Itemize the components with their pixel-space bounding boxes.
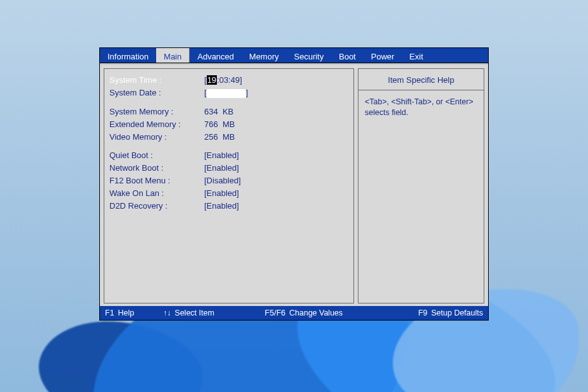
value-wake-on-lan[interactable]: [Enabled] [204, 188, 239, 198]
value-system-date[interactable]: [] [204, 88, 248, 98]
bios-setup-window: Information Main Advanced Memory Securit… [99, 47, 489, 321]
help-pane: Item Specific Help <Tab>, <Shift-Tab>, o… [358, 68, 484, 303]
row-f12-boot-menu[interactable]: F12 Boot Menu : [Disabled] [109, 176, 347, 185]
key-f5f6: F5/F6 [265, 309, 286, 317]
row-quiet-boot[interactable]: Quiet Boot : [Enabled] [109, 150, 347, 160]
value-video-memory: 256 MB [204, 132, 235, 142]
value-extended-memory: 766 MB [204, 119, 235, 129]
row-video-memory: Video Memory : 256 MB [109, 132, 347, 142]
label-extended-memory: Extended Memory : [109, 119, 204, 129]
row-system-date[interactable]: System Date : [] [109, 88, 347, 98]
label-setup-defaults: Setup Defaults [431, 309, 483, 317]
label-system-memory: System Memory : [109, 107, 204, 116]
time-hh-selected[interactable]: 19 [207, 75, 217, 85]
time-ss[interactable]: 49 [231, 75, 240, 85]
value-d2d-recovery[interactable]: [Enabled] [204, 201, 239, 211]
value-network-boot[interactable]: [Enabled] [204, 163, 239, 173]
tab-power[interactable]: Power [364, 48, 402, 63]
value-f12-boot-menu[interactable]: [Disabled] [204, 176, 241, 185]
tab-exit[interactable]: Exit [402, 48, 431, 63]
updown-arrows-icon: ↑↓ [163, 309, 171, 317]
row-system-time[interactable]: System Time : [19:03:49] [109, 75, 347, 85]
label-quiet-boot: Quiet Boot : [109, 150, 204, 160]
label-select-item: Select Item [175, 309, 214, 317]
label-wake-on-lan: Wake On Lan : [109, 188, 204, 198]
help-title: Item Specific Help [358, 69, 484, 90]
hint-arrows-select: ↑↓ Select Item [163, 309, 214, 317]
label-video-memory: Video Memory : [109, 132, 204, 142]
key-f1: F1 [105, 309, 114, 317]
tab-memory[interactable]: Memory [242, 48, 286, 63]
hint-f9-defaults: F9 Setup Defaults [418, 309, 483, 317]
tab-advanced[interactable]: Advanced [190, 48, 242, 63]
value-system-memory: 634 KB [204, 107, 233, 116]
tab-boot[interactable]: Boot [331, 48, 364, 63]
tab-information[interactable]: Information [100, 48, 156, 63]
label-change-values: Change Values [290, 309, 343, 317]
label-f12-boot-menu: F12 Boot Menu : [109, 176, 204, 185]
tab-main[interactable]: Main [156, 48, 190, 63]
value-system-time[interactable]: [19:03:49] [204, 75, 242, 85]
hint-f5f6-change: F5/F6 Change Values [265, 309, 343, 317]
label-help: Help [118, 309, 135, 317]
bios-tabbar: Information Main Advanced Memory Securit… [100, 48, 488, 63]
time-mm[interactable]: 03 [219, 75, 228, 85]
row-wake-on-lan[interactable]: Wake On Lan : [Enabled] [109, 188, 347, 198]
row-network-boot[interactable]: Network Boot : [Enabled] [109, 163, 347, 173]
date-field[interactable] [207, 89, 246, 98]
value-quiet-boot[interactable]: [Enabled] [204, 150, 239, 160]
settings-pane: System Time : [19:03:49] System Date : [… [104, 68, 354, 303]
row-extended-memory: Extended Memory : 766 MB [109, 119, 347, 129]
row-d2d-recovery[interactable]: D2D Recovery : [Enabled] [109, 201, 347, 211]
row-system-memory: System Memory : 634 KB [109, 107, 347, 116]
label-d2d-recovery: D2D Recovery : [109, 201, 204, 211]
label-network-boot: Network Boot : [109, 163, 204, 173]
label-system-date: System Date : [109, 88, 204, 98]
label-system-time: System Time : [109, 75, 204, 85]
bios-footer: F1 Help ↑↓ Select Item F5/F6 Change Valu… [100, 306, 488, 320]
tab-security[interactable]: Security [286, 48, 331, 63]
hint-f1-help: F1 Help [105, 309, 134, 317]
key-f9: F9 [418, 309, 427, 317]
help-body: <Tab>, <Shift-Tab>, or <Enter> selects f… [358, 90, 484, 125]
